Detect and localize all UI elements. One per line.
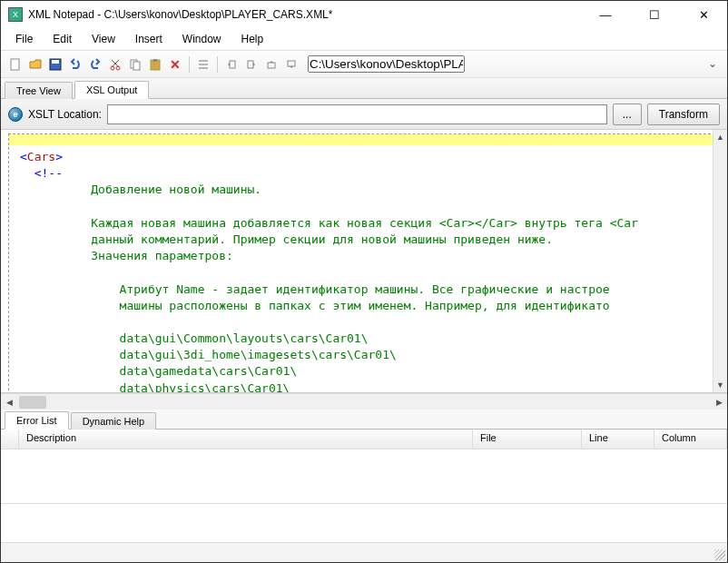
col-icon[interactable] bbox=[1, 430, 19, 449]
maximize-button[interactable]: ☐ bbox=[638, 4, 671, 25]
menu-help[interactable]: Help bbox=[232, 30, 273, 48]
scroll-left-icon[interactable]: ◀ bbox=[1, 398, 17, 407]
xslt-location-label: XSLT Location: bbox=[28, 108, 102, 121]
new-file-icon[interactable] bbox=[6, 55, 25, 74]
col-column[interactable]: Column bbox=[654, 430, 727, 449]
app-icon: X bbox=[8, 7, 23, 22]
transform-button[interactable]: Transform bbox=[647, 104, 720, 125]
delete-icon[interactable]: ✕ bbox=[166, 55, 184, 74]
col-file[interactable]: File bbox=[473, 430, 582, 449]
titlebar: X XML Notepad - C:\Users\konov\Desktop\P… bbox=[1, 1, 727, 28]
svg-rect-11 bbox=[268, 63, 275, 68]
error-table-header: Description File Line Column bbox=[1, 430, 727, 449]
ie-icon: e bbox=[8, 107, 23, 122]
vertical-scrollbar[interactable]: ▲ ▼ bbox=[713, 130, 727, 392]
nudge-left-icon[interactable] bbox=[222, 55, 241, 74]
scroll-up-icon[interactable]: ▲ bbox=[713, 130, 727, 144]
menu-view[interactable]: View bbox=[83, 30, 124, 48]
col-description[interactable]: Description bbox=[19, 430, 473, 449]
open-file-icon[interactable] bbox=[26, 55, 44, 74]
svg-rect-10 bbox=[248, 61, 253, 68]
scroll-right-icon[interactable]: ▶ bbox=[711, 398, 727, 407]
svg-rect-6 bbox=[133, 62, 140, 70]
highlight-bar bbox=[9, 134, 719, 145]
svg-rect-8 bbox=[153, 59, 157, 62]
menu-file[interactable]: File bbox=[6, 30, 42, 48]
file-path-combo[interactable] bbox=[308, 55, 465, 73]
nudge-up-icon[interactable] bbox=[262, 55, 280, 74]
app-window: X XML Notepad - C:\Users\konov\Desktop\P… bbox=[0, 0, 728, 563]
tab-tree-view[interactable]: Tree View bbox=[5, 82, 73, 99]
scroll-down-icon[interactable]: ▼ bbox=[713, 378, 727, 392]
scroll-thumb[interactable] bbox=[19, 396, 46, 409]
svg-rect-12 bbox=[288, 61, 295, 66]
nudge-right-icon[interactable] bbox=[242, 55, 261, 74]
svg-rect-2 bbox=[52, 60, 59, 64]
menu-window[interactable]: Window bbox=[173, 30, 231, 48]
tab-xsl-output[interactable]: XSL Output bbox=[74, 81, 149, 99]
svg-rect-0 bbox=[11, 59, 19, 70]
save-icon[interactable] bbox=[46, 55, 64, 74]
indent-icon[interactable] bbox=[194, 55, 212, 74]
xslt-location-input[interactable] bbox=[107, 104, 607, 124]
toolbar: ✕ bbox=[1, 50, 727, 77]
minimize-button[interactable]: — bbox=[589, 4, 622, 25]
code-view[interactable]: <Cars> <!-- Добавление новой машины. Каж… bbox=[9, 145, 719, 393]
output-frame: <Cars> <!-- Добавление новой машины. Каж… bbox=[8, 133, 720, 393]
svg-rect-9 bbox=[230, 61, 235, 68]
window-title: XML Notepad - C:\Users\konov\Desktop\PLA… bbox=[28, 8, 589, 21]
bottom-tabs: Error List Dynamic Help bbox=[1, 410, 727, 430]
menu-insert[interactable]: Insert bbox=[126, 30, 172, 48]
browse-button[interactable]: ... bbox=[613, 104, 642, 125]
paste-icon[interactable] bbox=[146, 55, 164, 74]
redo-icon[interactable] bbox=[86, 55, 104, 74]
tab-error-list[interactable]: Error List bbox=[5, 411, 69, 430]
error-table-body bbox=[1, 449, 727, 504]
nudge-down-icon[interactable] bbox=[282, 55, 300, 74]
xsl-output-pane: <Cars> <!-- Добавление новой машины. Каж… bbox=[1, 130, 727, 393]
menubar: File Edit View Insert Window Help bbox=[1, 28, 727, 50]
undo-icon[interactable] bbox=[66, 55, 84, 74]
cut-icon[interactable] bbox=[106, 55, 124, 74]
tab-dynamic-help[interactable]: Dynamic Help bbox=[71, 412, 156, 430]
xslt-toolbar: e XSLT Location: ... Transform bbox=[1, 99, 727, 130]
path-combo-wrap bbox=[308, 55, 722, 73]
resize-grip-icon[interactable] bbox=[714, 549, 725, 560]
copy-icon[interactable] bbox=[126, 55, 144, 74]
toolbar-separator bbox=[189, 56, 190, 73]
view-tabs: Tree View XSL Output bbox=[1, 77, 727, 99]
close-button[interactable]: ✕ bbox=[687, 4, 720, 25]
window-controls: — ☐ ✕ bbox=[589, 4, 720, 25]
toolbar-separator bbox=[217, 56, 218, 73]
statusbar bbox=[1, 542, 727, 562]
menu-edit[interactable]: Edit bbox=[44, 30, 81, 48]
col-line[interactable]: Line bbox=[582, 430, 654, 449]
horizontal-scrollbar[interactable]: ◀ ▶ bbox=[1, 393, 727, 410]
